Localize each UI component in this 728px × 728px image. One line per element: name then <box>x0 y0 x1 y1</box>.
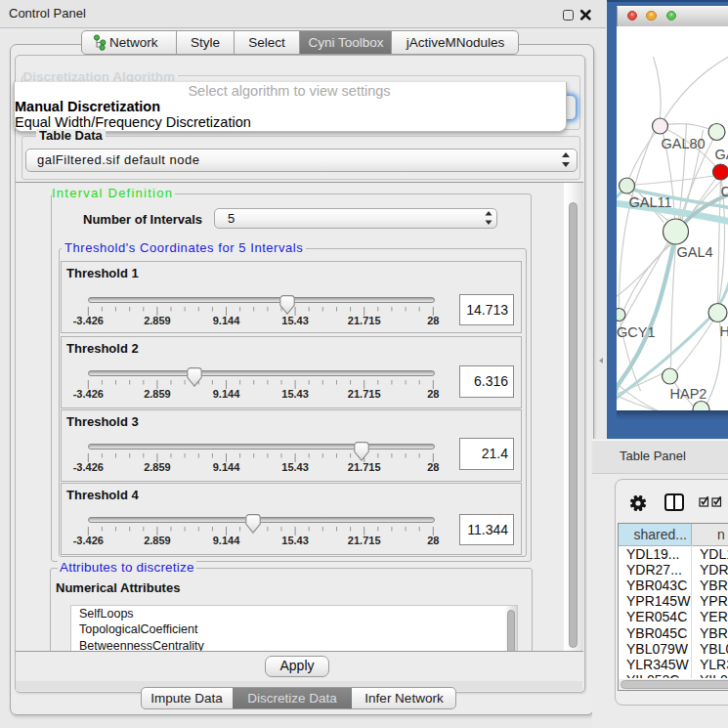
svg-text:H: H <box>719 323 728 339</box>
svg-text:GAL80: GAL80 <box>661 136 705 151</box>
svg-text:C: C <box>720 184 728 199</box>
svg-text:GCY1: GCY1 <box>617 324 656 340</box>
svg-text:GAL4: GAL4 <box>676 244 712 260</box>
svg-text:GAL11: GAL11 <box>628 194 671 210</box>
svg-text:HAP2: HAP2 <box>669 386 707 402</box>
svg-text:GA: GA <box>714 147 728 162</box>
